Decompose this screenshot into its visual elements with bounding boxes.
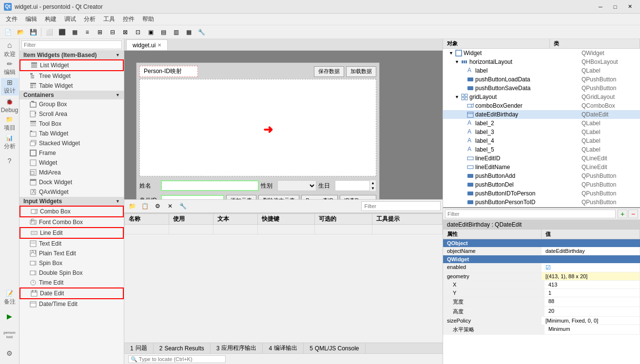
menu-edit[interactable]: 编辑 — [21, 14, 41, 24]
toolbar-new[interactable]: 📄 — [2, 27, 14, 38]
toolbar-btn9[interactable]: ▣ — [145, 27, 156, 38]
menu-controls[interactable]: 控件 — [119, 14, 138, 24]
toolbar-btn7[interactable]: ⊠ — [119, 27, 131, 38]
gender-select[interactable] — [277, 180, 316, 191]
toolbar-btn1[interactable]: ⬜ — [43, 27, 55, 38]
tree-item-label5[interactable]: A label_5 QLabel — [443, 145, 640, 154]
person-query-id-button[interactable]: Person查ID — [301, 195, 338, 199]
widget-item-tool-box[interactable]: Tool Box — [19, 119, 124, 129]
menu-file[interactable]: 文件 — [2, 14, 21, 24]
spinbox-down[interactable]: ▼ — [370, 186, 376, 191]
menu-analyze[interactable]: 分析 — [80, 14, 99, 24]
action-filter-input[interactable] — [361, 201, 441, 211]
prop-row-y[interactable]: Y 1 — [443, 289, 640, 297]
locate-input[interactable] — [128, 355, 226, 363]
widget-item-time-edit[interactable]: Time Edit — [19, 278, 124, 287]
bottom-tab-compile[interactable]: 4 编译输出 — [263, 343, 304, 354]
tab-close-icon[interactable]: ✕ — [157, 42, 161, 48]
sidebar-edit[interactable]: ✏ 编辑 — [1, 59, 19, 77]
widget-item-datetime-edit[interactable]: Date/Time Edit — [19, 299, 124, 309]
prop-row-width[interactable]: 宽度 88 — [443, 297, 640, 307]
sidebar-help[interactable]: ? — [1, 152, 19, 170]
widget-item-tree-widget[interactable]: Tree Widget — [19, 71, 124, 81]
toolbar-btn12[interactable]: ▦ — [183, 27, 194, 38]
id-query-person-button[interactable]: ID查Person — [340, 195, 376, 199]
prop-row-hpolicy[interactable]: 水平策略 Minimum — [443, 325, 640, 335]
close-button[interactable]: ✕ — [623, 2, 636, 12]
tree-item-label[interactable]: A label QLabel — [443, 66, 640, 75]
widget-item-combo-box[interactable]: ▼ Combo Box — [19, 206, 124, 217]
widget-filter-input[interactable] — [21, 40, 122, 49]
name-input[interactable] — [161, 180, 259, 191]
widget-item-line-edit[interactable]: Line Edit — [19, 227, 124, 239]
widget-item-table-widget[interactable]: Table Widget — [19, 81, 124, 91]
tree-item-push-save[interactable]: pushButtonSaveData QPushButton — [443, 84, 640, 93]
prop-row-sizepolicy[interactable]: sizePolicy [Minimum, Fixed, 0, 0] — [443, 317, 640, 325]
action-btn-5[interactable]: 🔧 — [177, 201, 189, 211]
sidebar-debug[interactable]: 🐞 Debug — [1, 96, 19, 114]
bottom-tab-qml[interactable]: 5 QML/JS Console — [304, 343, 365, 354]
tree-item-push-id-to-person[interactable]: pushButtonIDToPerson QPushButton — [443, 189, 640, 198]
widget-item-list-widget[interactable]: List Widget — [19, 59, 124, 71]
props-add-btn[interactable]: + — [618, 210, 627, 218]
tree-item-push-add[interactable]: pushButtonAdd QPushButton — [443, 172, 640, 180]
action-btn-3[interactable]: ⚙ — [152, 201, 163, 211]
save-data-button[interactable]: 保存数据 — [314, 66, 344, 77]
sidebar-notes[interactable]: 📝 备注 — [1, 289, 19, 307]
minimize-button[interactable]: ─ — [594, 2, 607, 12]
sidebar-project[interactable]: 📁 项目 — [1, 115, 19, 133]
category-containers[interactable]: Containers ▼ — [19, 91, 124, 99]
toolbar-btn8[interactable]: ⊡ — [132, 27, 144, 38]
tree-item-grid[interactable]: ▼ gridLayout QGridLayout — [443, 93, 640, 101]
toolbar-btn10[interactable]: ▤ — [157, 27, 169, 38]
toolbar-btn5[interactable]: ⊞ — [94, 27, 106, 38]
widget-item-date-edit[interactable]: Date Edit — [19, 287, 124, 299]
sidebar-analyze[interactable]: 📊 分析 — [1, 134, 19, 151]
prop-row-enabled[interactable]: enabled ☑ — [443, 263, 640, 272]
toolbar-btn11[interactable]: ▥ — [170, 27, 182, 38]
toolbar-btn13[interactable]: 🔧 — [195, 27, 207, 38]
widget-item-qax-widget[interactable]: X QAxWidget — [19, 187, 124, 197]
bottom-tab-app-output[interactable]: 3 应用程序输出 — [211, 343, 263, 354]
action-btn-2[interactable]: 📋 — [139, 201, 151, 211]
bottom-tab-issues[interactable]: 1 问题 — [124, 343, 154, 354]
tree-item-line-id[interactable]: lineEditID QLineEdit — [443, 154, 640, 163]
tree-item-push-person-to-id[interactable]: pushButtonPersonToID QPushButton — [443, 198, 640, 207]
tree-item-label4[interactable]: A label_4 QLabel — [443, 136, 640, 145]
action-btn-1[interactable]: 📁 — [126, 201, 138, 211]
sidebar-design[interactable]: ⊞ 设计 — [1, 78, 19, 96]
action-btn-4[interactable]: ✕ — [164, 201, 176, 211]
props-filter-input[interactable] — [445, 210, 616, 218]
tree-item-combo-gender[interactable]: ▼ comboBoxGender QComboBox — [443, 101, 640, 110]
widget-item-tab-widget[interactable]: Tab Widget — [19, 129, 124, 138]
tree-item-line-name[interactable]: lineEditName QLineEdit — [443, 163, 640, 172]
birth-date-input[interactable]: 2000/1/1 — [335, 181, 369, 191]
widget-item-double-spin-box[interactable]: Double Spin Box — [19, 268, 124, 278]
widget-item-scroll-area[interactable]: Scroll Area — [19, 109, 124, 119]
widget-item-plain-text-edit[interactable]: AI Plain Text Edit — [19, 249, 124, 258]
delete-selected-button[interactable]: 删除选中元素 — [258, 195, 299, 199]
widget-item-spin-box[interactable]: ▲▼ Spin Box — [19, 258, 124, 268]
prop-row-objectname[interactable]: objectName dateEditBirthday — [443, 247, 640, 255]
spinbox-up[interactable]: ▲ — [370, 180, 376, 186]
toolbar-btn2[interactable]: ⬛ — [56, 27, 68, 38]
category-input-widgets[interactable]: Input Widgets ▼ — [19, 197, 124, 206]
widget-item-frame[interactable]: Frame — [19, 148, 124, 158]
widget-item-widget[interactable]: Widget — [19, 158, 124, 168]
toolbar-btn6[interactable]: ⊟ — [107, 27, 118, 38]
tree-item-label3[interactable]: A label_3 QLabel — [443, 128, 640, 136]
toolbar-btn4[interactable]: ≡ — [81, 27, 93, 38]
toolbar-open[interactable]: 📂 — [15, 27, 26, 38]
tree-item-push-load[interactable]: pushButtonLoadData QPushButton — [443, 75, 640, 84]
tree-item-label2[interactable]: A label_2 QLabel — [443, 119, 640, 128]
tree-item-date-birthday[interactable]: dateEditBirthday QDateEdit — [443, 110, 640, 119]
widget-item-font-combo-box[interactable]: F Font Combo Box — [19, 217, 124, 227]
main-list-area[interactable] — [139, 79, 376, 176]
load-data-button[interactable]: 加载数据 — [346, 66, 376, 77]
widget-item-text-edit[interactable]: Text Edit — [19, 239, 124, 249]
widget-item-dock-widget[interactable]: Dock Widget — [19, 177, 124, 187]
menu-build[interactable]: 构建 — [41, 14, 60, 24]
tree-item-push-del[interactable]: pushButtonDel QPushButton — [443, 180, 640, 189]
birth-date-spinbox[interactable]: 2000/1/1 ▲ ▼ — [335, 180, 376, 191]
props-remove-btn[interactable]: − — [628, 210, 638, 218]
